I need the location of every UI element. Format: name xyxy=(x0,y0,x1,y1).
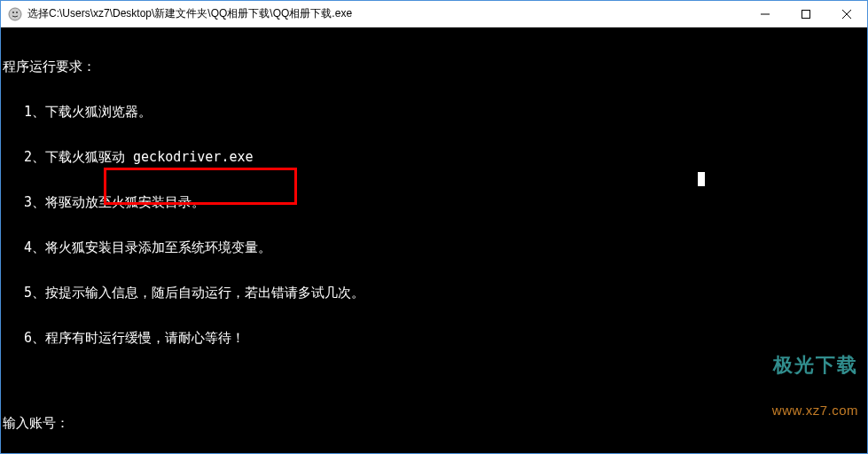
watermark-brand: 极光下载 xyxy=(772,357,858,372)
console-line: 4、将火狐安装目录添加至系统环境变量。 xyxy=(3,240,867,255)
svg-point-1 xyxy=(12,12,14,13)
close-button[interactable] xyxy=(826,1,867,27)
svg-point-2 xyxy=(16,12,18,13)
console-line: 6、程序有时运行缓慢，请耐心等待！ xyxy=(3,331,867,346)
window-controls xyxy=(745,1,867,27)
window-title: 选择C:\Users\xz7\Desktop\新建文件夹\QQ相册下载\QQ相册… xyxy=(27,6,745,21)
console-area[interactable]: 程序运行要求： 1、下载火狐浏览器。 2、下载火狐驱动 geckodriver.… xyxy=(1,27,867,453)
app-icon xyxy=(8,7,22,21)
svg-point-0 xyxy=(9,8,21,20)
titlebar: 选择C:\Users\xz7\Desktop\新建文件夹\QQ相册下载\QQ相册… xyxy=(1,1,867,27)
svg-rect-4 xyxy=(802,10,810,18)
console-header: 程序运行要求： xyxy=(3,59,867,74)
prompt-label: 输入账号： xyxy=(3,416,69,431)
maximize-button[interactable] xyxy=(786,1,826,27)
console-line: 3、将驱动放至火狐安装目录。 xyxy=(3,195,867,210)
minimize-button[interactable] xyxy=(745,1,786,27)
console-line: 1、下载火狐浏览器。 xyxy=(3,105,867,120)
console-line: 5、按提示输入信息，随后自动运行，若出错请多试几次。 xyxy=(3,286,867,301)
console-line: 2、下载火狐驱动 geckodriver.exe xyxy=(3,150,867,165)
prompt-row: 输入账号： xyxy=(3,416,867,431)
text-cursor xyxy=(698,172,705,186)
